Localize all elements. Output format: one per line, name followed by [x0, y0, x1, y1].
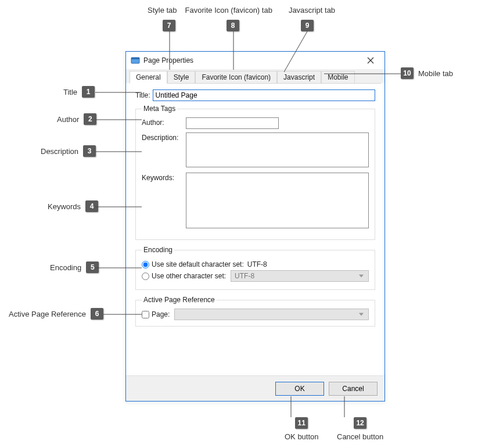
annotation-8: 8: [227, 20, 239, 31]
annotation-9: 9: [301, 20, 314, 31]
annotation-5: Encoding 5: [50, 261, 99, 273]
tab-javascript[interactable]: Javascript: [277, 71, 321, 84]
tab-general[interactable]: General: [130, 71, 167, 84]
close-button[interactable]: [361, 53, 380, 67]
keywords-input[interactable]: [186, 173, 369, 228]
encoding-default-radio[interactable]: [142, 261, 149, 268]
encoding-other-radio[interactable]: [142, 273, 149, 280]
cancel-button[interactable]: Cancel: [329, 382, 378, 396]
apr-page-label: Page:: [152, 310, 170, 318]
tab-content-general: Title: Meta Tags Author: Description: Ke…: [130, 83, 381, 372]
dialog-title: Page Properties: [143, 56, 361, 64]
ok-button[interactable]: OK: [275, 382, 324, 396]
title-label: Title:: [135, 91, 150, 99]
author-input[interactable]: [186, 117, 279, 129]
keywords-label: Keywords:: [142, 173, 186, 182]
annotation-6: Active Page Reference 6: [9, 308, 103, 320]
tab-style[interactable]: Style: [167, 71, 196, 84]
encoding-group: Encoding Use site default character set:…: [135, 246, 375, 290]
app-icon: [131, 56, 140, 65]
encoding-default-value: UTF-8: [247, 260, 267, 268]
apr-legend: Active Page Reference: [142, 296, 217, 304]
annotation-2: Author 2: [57, 113, 96, 125]
annotation-11: 11 OK button: [285, 417, 319, 441]
annotation-7-label: Style tab Favorite Icon (favicon) tab Ja…: [148, 6, 335, 15]
description-label: Description:: [142, 132, 186, 142]
title-input[interactable]: [153, 89, 375, 101]
meta-tags-group: Meta Tags Author: Description: Keywords:: [135, 105, 375, 240]
tab-favicon[interactable]: Favorite Icon (favicon): [195, 71, 277, 84]
encoding-other-select-value: UTF-8: [235, 272, 254, 280]
apr-page-checkbox[interactable]: [142, 311, 149, 318]
encoding-other-label: Use other character set:: [152, 272, 226, 280]
page-properties-dialog: Page Properties General Style Favorite I…: [125, 51, 385, 402]
meta-tags-legend: Meta Tags: [142, 105, 177, 113]
annotation-1: Title 1: [63, 86, 95, 98]
tabstrip: General Style Favorite Icon (favicon) Ja…: [126, 69, 384, 83]
close-icon: [367, 57, 374, 64]
encoding-other-select[interactable]: UTF-8: [231, 270, 369, 282]
encoding-legend: Encoding: [142, 246, 174, 254]
active-page-reference-group: Active Page Reference Page:: [135, 296, 375, 327]
dialog-button-bar: OK Cancel: [126, 375, 384, 401]
annotation-12: 12 Cancel button: [337, 417, 383, 441]
annotation-10: 10 Mobile tab: [401, 67, 453, 79]
svg-rect-1: [131, 58, 139, 59]
titlebar: Page Properties: [126, 52, 384, 69]
apr-page-select[interactable]: [174, 309, 369, 320]
annotation-4: Keywords 4: [48, 200, 98, 212]
author-label: Author:: [142, 117, 186, 127]
annotation-7: 7: [163, 20, 175, 31]
tab-mobile[interactable]: Mobile: [321, 71, 354, 84]
encoding-default-label: Use site default character set:: [152, 260, 244, 268]
annotation-3: Description 3: [41, 145, 96, 157]
description-input[interactable]: [186, 132, 369, 167]
